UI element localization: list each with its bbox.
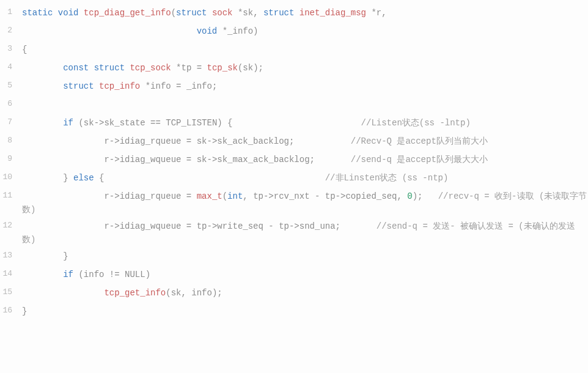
token: = bbox=[181, 155, 196, 164]
token: sk bbox=[197, 136, 207, 146]
token: sk_max_ack_backlog bbox=[217, 155, 309, 164]
code-line: 13 } bbox=[0, 248, 588, 267]
token: ) bbox=[413, 191, 417, 201]
code-content: if (info != NULL) bbox=[18, 268, 588, 281]
token: tp bbox=[325, 191, 336, 201]
token: //非Linsten状态 (ss -ntp) bbox=[325, 173, 449, 183]
token bbox=[104, 173, 325, 183]
token: if bbox=[63, 270, 73, 279]
token: } bbox=[22, 173, 73, 183]
code-content: static void tcp_diag_get_info(struct soc… bbox=[18, 6, 588, 20]
token: struct bbox=[63, 81, 94, 91]
token bbox=[22, 288, 104, 298]
token: sk bbox=[197, 155, 207, 164]
token: sock bbox=[212, 8, 233, 18]
line-number: 1 bbox=[0, 6, 18, 19]
code-line: 2 void *_info) bbox=[0, 23, 588, 42]
token: != bbox=[104, 270, 125, 279]
token bbox=[315, 155, 351, 164]
token: //Recv-Q 是accept队列当前大小 bbox=[351, 136, 488, 146]
token bbox=[22, 81, 63, 91]
token: -> bbox=[109, 191, 120, 201]
token: inet_diag_msg bbox=[300, 8, 366, 18]
token: idiag_wqueue bbox=[120, 155, 182, 164]
code-content: void *_info) bbox=[18, 24, 588, 38]
token bbox=[22, 270, 63, 279]
token: sk bbox=[84, 118, 94, 128]
code-line: 15 tcp_get_info(sk, info); bbox=[0, 285, 588, 303]
code-content: { bbox=[18, 43, 588, 56]
token: ( bbox=[73, 118, 84, 128]
token: ; bbox=[336, 221, 340, 231]
token: -> bbox=[207, 155, 218, 164]
token: max_t bbox=[197, 191, 222, 201]
token bbox=[207, 8, 212, 18]
token: , bbox=[243, 191, 253, 201]
token bbox=[233, 118, 361, 128]
code-content bbox=[18, 98, 588, 111]
line-number: 13 bbox=[0, 249, 18, 262]
token: ) { bbox=[217, 118, 232, 128]
code-content: r->idiag_wqueue = tp->write_seq - tp->sn… bbox=[18, 220, 588, 247]
token: tcp_info bbox=[99, 81, 140, 91]
token: } bbox=[22, 251, 68, 261]
token: NULL bbox=[125, 270, 145, 279]
line-number: 15 bbox=[0, 286, 18, 299]
token: write_seq bbox=[217, 221, 263, 231]
token: struct bbox=[176, 8, 207, 18]
token bbox=[422, 191, 438, 201]
token: == bbox=[145, 118, 166, 128]
token: tp bbox=[197, 221, 207, 231]
token: if bbox=[63, 118, 73, 128]
token: sk_ack_backlog bbox=[217, 136, 289, 146]
code-line: 9 r->idiag_wqueue = sk->sk_max_ack_backl… bbox=[0, 152, 588, 170]
line-number: 2 bbox=[0, 24, 18, 37]
token: struct bbox=[263, 8, 294, 18]
token: //send-q 是accept队列最大大小 bbox=[351, 155, 488, 164]
token bbox=[89, 63, 94, 73]
token: sk bbox=[171, 288, 182, 298]
token: ) bbox=[253, 63, 258, 73]
line-number: 3 bbox=[0, 43, 18, 56]
token bbox=[340, 221, 377, 231]
code-line: 14 if (info != NULL) bbox=[0, 267, 588, 285]
token: * bbox=[233, 8, 243, 18]
token: tp bbox=[279, 221, 289, 231]
token: sk bbox=[243, 63, 253, 73]
code-content: } bbox=[18, 249, 588, 263]
token: ( bbox=[73, 270, 84, 279]
token: tcp_get_info bbox=[104, 288, 166, 298]
token: * bbox=[140, 81, 150, 91]
token: = bbox=[191, 63, 207, 73]
token: , bbox=[181, 288, 191, 298]
token: - bbox=[263, 221, 279, 231]
code-line: 5 struct tcp_info *info = _info; bbox=[0, 78, 588, 97]
token: ( bbox=[222, 191, 227, 201]
token: * bbox=[217, 26, 227, 36]
token: r bbox=[104, 191, 109, 201]
token: r bbox=[104, 136, 109, 146]
token: ; bbox=[310, 155, 315, 164]
line-number: 14 bbox=[0, 268, 18, 281]
token: -> bbox=[289, 221, 300, 231]
token: - bbox=[310, 191, 325, 201]
line-number: 4 bbox=[0, 61, 18, 74]
token: ( bbox=[171, 8, 176, 18]
token bbox=[22, 221, 104, 231]
token: = bbox=[171, 81, 186, 91]
token: const bbox=[63, 63, 89, 73]
code-line: 4 const struct tcp_sock *tp = tcp_sk(sk)… bbox=[0, 60, 588, 78]
token: , bbox=[381, 8, 386, 18]
token bbox=[22, 63, 63, 73]
token: snd_una bbox=[300, 221, 336, 231]
token: r bbox=[377, 8, 381, 18]
code-content: r->idiag_rqueue = max_t(int, tp->rcv_nxt… bbox=[18, 190, 588, 217]
token: = bbox=[181, 136, 196, 146]
line-number: 7 bbox=[0, 116, 18, 129]
token: r bbox=[104, 155, 109, 164]
code-line: 11 r->idiag_rqueue = max_t(int, tp->rcv_… bbox=[0, 188, 588, 218]
token: , bbox=[253, 8, 263, 18]
token: idiag_rqueue bbox=[120, 136, 182, 146]
token bbox=[94, 81, 99, 91]
token: = bbox=[181, 191, 196, 201]
